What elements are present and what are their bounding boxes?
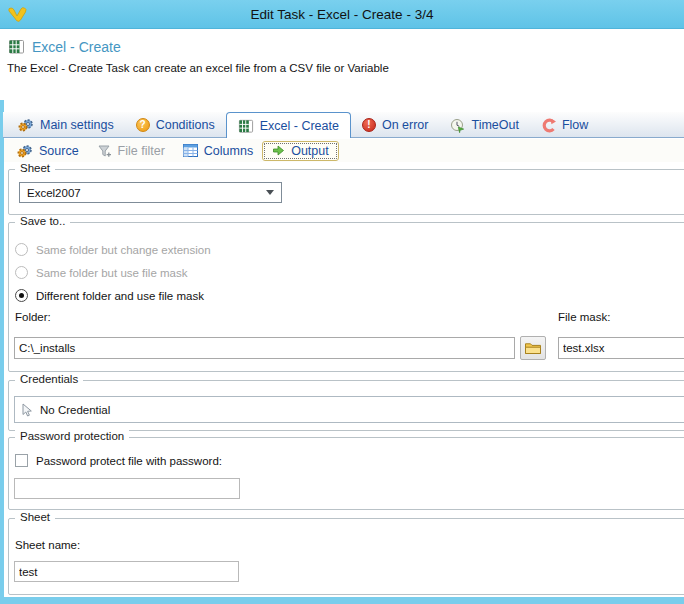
group-legend: Password protection [15,430,129,442]
flow-arrow-icon [541,118,556,133]
credential-selector[interactable]: No Credential [14,396,684,423]
radio-label: Same folder but change extension [36,244,211,256]
output-panel: Sheet Excel2007 Save to.. Same folder bu… [4,162,684,597]
folder-label: Folder: [15,311,51,323]
radio-different-folder-use-mask[interactable]: Different folder and use file mask [15,289,204,302]
gears-icon [17,144,33,158]
tab-label: TimeOut [471,118,518,132]
task-description: The Excel - Create Task can create an ex… [7,62,389,74]
subtab-label: Source [39,144,79,158]
table-icon [183,144,198,157]
sheet-name-label: Sheet name: [15,539,80,551]
clock-icon [450,118,465,133]
password-protect-checkbox[interactable] [15,454,28,467]
radio-label: Different folder and use file mask [36,290,204,302]
task-header: Excel - Create The Excel - Create Task c… [0,30,684,100]
tab-label: On error [382,118,429,132]
excel-format-value: Excel2007 [27,187,81,199]
tab-label: Flow [562,118,588,132]
sheet-format-group: Sheet Excel2007 [8,169,684,215]
tab-main-settings[interactable]: Main settings [7,113,125,137]
sheet-name-group: Sheet Sheet name: [8,518,684,595]
password-input[interactable] [14,478,240,499]
cursor-icon [21,403,33,417]
tab-label: Conditions [156,118,215,132]
credentials-group: Credentials No Credential [8,380,684,431]
radio-same-folder-change-extension: Same folder but change extension [15,243,211,256]
tab-label: Excel - Create [260,119,339,133]
question-badge-icon: ? [136,118,150,132]
radio-same-folder-use-mask: Same folder but use file mask [15,266,188,279]
folder-icon [524,341,542,355]
sheet-name-input[interactable] [14,561,239,582]
credential-value: No Credential [40,404,110,416]
tab-timeout[interactable]: TimeOut [439,113,529,137]
error-badge-icon: ! [362,118,376,132]
group-legend: Save to.. [15,215,70,227]
sub-tab-bar: Source File filter Columns Output [4,139,684,162]
group-legend: Sheet [15,162,55,174]
task-title: Excel - Create [32,39,121,55]
radio-circle [15,243,28,256]
excel-format-dropdown[interactable]: Excel2007 [19,182,282,203]
checkbox-label: Password protect file with password: [36,455,222,467]
subtab-file-filter: File filter [88,141,174,161]
window-title: Edit Task - Excel - Create - 3/4 [251,7,434,22]
radio-label: Same folder but use file mask [36,267,188,279]
radio-circle [15,266,28,279]
folder-input[interactable] [14,337,515,359]
funnel-icon [97,144,112,158]
subtab-columns[interactable]: Columns [174,141,262,161]
tab-flow[interactable]: Flow [530,113,599,137]
window-titlebar[interactable]: Edit Task - Excel - Create - 3/4 [0,0,684,29]
subtab-output[interactable]: Output [262,141,339,161]
group-legend: Sheet [15,511,55,523]
gears-icon [18,118,34,132]
subtab-source[interactable]: Source [8,141,88,161]
save-to-group: Save to.. Same folder but change extensi… [8,222,684,372]
tab-excel-create[interactable]: Excel - Create [226,112,351,138]
radio-circle [15,289,28,302]
password-protection-group: Password protection Password protect fil… [8,437,684,510]
file-mask-input[interactable] [558,337,684,359]
green-arrow-icon [272,144,285,157]
window-bottom-border [0,597,684,604]
file-mask-label: File mask: [558,311,610,323]
visualcron-logo-icon [7,6,31,23]
password-protect-checkbox-row[interactable]: Password protect file with password: [15,454,222,467]
tab-conditions[interactable]: ? Conditions [125,113,226,137]
tab-label: Main settings [40,118,114,132]
browse-folder-button[interactable] [520,336,546,360]
tab-on-error[interactable]: ! On error [351,113,440,137]
subtab-label: Columns [204,144,253,158]
excel-file-icon [238,118,254,134]
subtab-label: Output [291,144,329,158]
subtab-label: File filter [118,144,165,158]
excel-file-icon [8,38,25,55]
group-legend: Credentials [15,373,83,385]
main-tab-bar: Main settings ? Conditions Excel - Creat… [3,112,684,138]
chevron-down-icon [266,190,274,195]
